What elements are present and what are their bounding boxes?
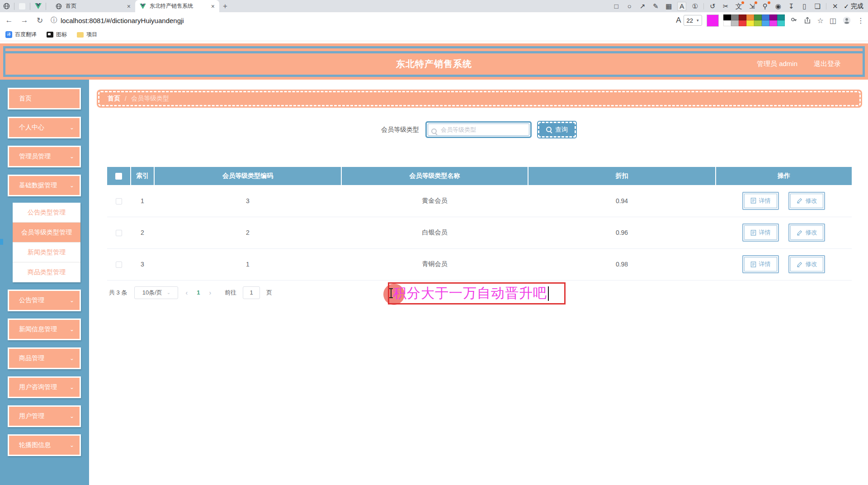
- row-checkbox[interactable]: [116, 230, 122, 236]
- bookmark-baidu-translate[interactable]: 译 百度翻译: [5, 31, 37, 38]
- palette-color[interactable]: [746, 14, 754, 20]
- download-icon[interactable]: ↧: [787, 2, 796, 11]
- vue-icon[interactable]: [34, 3, 42, 10]
- palette-color[interactable]: [769, 14, 777, 20]
- ellipse-tool-icon[interactable]: ○: [625, 2, 634, 11]
- browser-menu-icon[interactable]: ⋮: [857, 16, 864, 25]
- palette-color[interactable]: [739, 20, 746, 26]
- share-icon[interactable]: [803, 16, 811, 24]
- chevron-down-icon: ⌄: [70, 153, 74, 160]
- palette-color[interactable]: [731, 20, 739, 26]
- submenu-item-notice-type[interactable]: 公告类型管理: [13, 203, 80, 223]
- notification-dot: [768, 1, 770, 4]
- detail-button[interactable]: 详情: [742, 255, 779, 273]
- annotation-text-box[interactable]: 积分大于一万自动晋升吧: [388, 282, 566, 304]
- back-icon[interactable]: ←: [5, 16, 14, 25]
- password-key-icon[interactable]: [789, 16, 797, 24]
- text-tool-icon[interactable]: A: [677, 2, 686, 11]
- page-number-current[interactable]: 1: [195, 289, 202, 296]
- row-checkbox[interactable]: [116, 262, 122, 268]
- tab-close-icon[interactable]: ×: [127, 3, 131, 10]
- blank-tab-icon[interactable]: [19, 3, 26, 10]
- screen: 首页 × 东北特产销售系统 × + □ ○ ↗ ✎ ▦ A ① ↺ ✂ 文 ⇲ …: [0, 0, 868, 485]
- logout-link[interactable]: 退出登录: [814, 60, 841, 68]
- query-button[interactable]: 查询: [538, 122, 576, 138]
- record-tool-icon[interactable]: ◉: [774, 2, 783, 11]
- palette-color[interactable]: [754, 20, 762, 26]
- current-color-swatch[interactable]: [707, 14, 719, 27]
- forward-icon[interactable]: →: [20, 16, 29, 25]
- sidebar-item-personal-center[interactable]: 个人中心 ⌄: [8, 117, 81, 138]
- search-input[interactable]: [428, 124, 529, 136]
- rect-tool-icon[interactable]: □: [612, 2, 621, 11]
- pen-tool-icon[interactable]: ✎: [651, 2, 660, 11]
- sidebar-item-user-consult-management[interactable]: 用户咨询管理 ⌄: [8, 376, 81, 398]
- sidebar-item-base-data-management[interactable]: 基础数据管理 ⌄: [8, 175, 81, 196]
- palette-color[interactable]: [762, 20, 769, 26]
- mosaic-tool-icon[interactable]: ▦: [664, 2, 673, 11]
- sidebar: 首页 个人中心 ⌄ 管理员管理 ⌄ 基础数据管理 ⌄ 公告类型管理 会员等级类型…: [0, 80, 89, 485]
- sidebar-item-admin-management[interactable]: 管理员管理 ⌄: [8, 146, 81, 167]
- resize-tool-icon[interactable]: ⇲: [747, 2, 756, 11]
- sidebar-item-home[interactable]: 首页: [8, 88, 81, 109]
- sidebar-item-news-management[interactable]: 新闻信息管理 ⌄: [8, 319, 81, 340]
- goto-page-input[interactable]: [243, 286, 260, 299]
- prev-page-icon[interactable]: ‹: [184, 289, 189, 296]
- pin-tool-icon[interactable]: ⚲: [760, 2, 769, 11]
- sidebar-item-notice-management[interactable]: 公告管理 ⌄: [8, 290, 81, 311]
- arrow-tool-icon[interactable]: ↗: [638, 2, 647, 11]
- palette-color[interactable]: [762, 14, 769, 20]
- finish-capture-button[interactable]: ✓ 完成: [844, 2, 863, 10]
- translate-tool-icon[interactable]: 文: [734, 2, 743, 11]
- sidebar-item-carousel-info[interactable]: 轮播图信息 ⌄: [8, 434, 81, 456]
- cancel-capture-icon[interactable]: ✕: [830, 2, 840, 11]
- font-size-select[interactable]: 22 ▾: [684, 15, 702, 26]
- edit-button[interactable]: 修改: [788, 255, 825, 273]
- address-field[interactable]: ⓘ localhost:8081/#/dictionaryHuiyuandeng…: [51, 16, 184, 24]
- reload-icon[interactable]: ↻: [35, 16, 44, 25]
- next-page-icon[interactable]: ›: [207, 289, 213, 296]
- site-info-icon[interactable]: ⓘ: [51, 16, 57, 24]
- crop-icon[interactable]: ✂: [721, 2, 730, 11]
- browser-tab-home[interactable]: 首页 ×: [51, 0, 135, 12]
- undo-icon[interactable]: ↺: [708, 2, 717, 11]
- globe-icon[interactable]: [3, 3, 10, 10]
- palette-color[interactable]: [777, 14, 785, 20]
- submenu-item-news-type[interactable]: 新闻类型管理: [13, 242, 80, 262]
- cell-index: 3: [131, 248, 154, 280]
- edit-button[interactable]: 修改: [788, 192, 825, 210]
- sidebar-item-product-management[interactable]: 商品管理 ⌄: [8, 347, 81, 369]
- base-data-submenu: 公告类型管理 会员等级类型管理 新闻类型管理 商品类型管理: [13, 203, 80, 282]
- new-tab-button[interactable]: +: [219, 0, 231, 12]
- palette-color[interactable]: [746, 20, 754, 26]
- breadcrumb-home[interactable]: 首页: [108, 95, 120, 103]
- browser-tab-active[interactable]: 东北特产销售系统 ×: [135, 0, 219, 12]
- palette-color[interactable]: [731, 14, 739, 20]
- palette-color[interactable]: [739, 14, 746, 20]
- palette-color[interactable]: [777, 20, 785, 26]
- bookmark-icons[interactable]: 图标: [47, 31, 67, 38]
- detail-button[interactable]: 详情: [742, 192, 779, 210]
- sidebar-item-user-management[interactable]: 用户管理 ⌄: [8, 405, 81, 427]
- palette-color[interactable]: [754, 14, 762, 20]
- bookmark-star-icon[interactable]: ☆: [817, 16, 824, 25]
- phone-tool-icon[interactable]: ▯: [800, 2, 809, 11]
- table-header-row: 索引 会员等级类型编码 会员等级类型名称 折扣 操作: [107, 167, 852, 185]
- profile-avatar[interactable]: [842, 16, 851, 25]
- submenu-item-product-type[interactable]: 商品类型管理: [13, 262, 80, 282]
- page-size-select[interactable]: 10条/页 ⌄: [134, 286, 178, 299]
- tab-close-icon[interactable]: ×: [211, 3, 215, 10]
- side-panel-icon[interactable]: ◫: [830, 16, 836, 25]
- edit-button[interactable]: 修改: [788, 223, 825, 242]
- palette-color[interactable]: [769, 20, 777, 26]
- bookmark-project[interactable]: 项目: [77, 31, 97, 38]
- palette-color[interactable]: [723, 20, 731, 26]
- row-checkbox[interactable]: [116, 198, 122, 204]
- palette-color[interactable]: [723, 14, 731, 20]
- number-tool-icon[interactable]: ①: [690, 2, 699, 11]
- select-all-checkbox[interactable]: [115, 173, 122, 180]
- admin-user-label[interactable]: 管理员 admin: [757, 60, 797, 68]
- bookmark-tool-icon[interactable]: ❏: [813, 2, 822, 11]
- detail-button[interactable]: 详情: [742, 223, 779, 242]
- submenu-item-member-level-type[interactable]: 会员等级类型管理: [13, 223, 80, 242]
